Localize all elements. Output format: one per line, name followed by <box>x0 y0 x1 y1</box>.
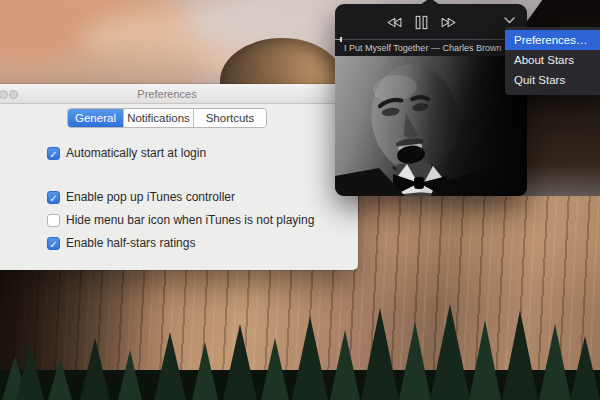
chevron-down-icon <box>504 17 515 24</box>
status-menu: Preferences… About Stars Quit Stars <box>505 27 600 95</box>
menu-item-quit-stars[interactable]: Quit Stars <box>505 70 600 90</box>
checkbox-row-popup-controller[interactable]: ✓ Enable pop up iTunes controller <box>47 190 235 204</box>
trees-graphic <box>0 270 600 400</box>
checkbox-checked-icon[interactable]: ✓ <box>47 147 60 160</box>
album-art <box>335 56 527 196</box>
tab-shortcuts[interactable]: Shortcuts <box>194 109 266 127</box>
popover-arrow <box>420 0 440 5</box>
checkbox-label: Hide menu bar icon when iTunes is not pl… <box>66 213 314 227</box>
track-title: I Put Myself Together — Charles Brown <box>335 43 527 53</box>
checkbox-checked-icon[interactable]: ✓ <box>47 191 60 204</box>
fast-forward-icon <box>441 17 456 28</box>
desktop: Preferences General Notifications Shortc… <box>0 0 600 400</box>
next-track-button[interactable] <box>441 17 456 28</box>
scrubber-track <box>335 39 527 40</box>
menu-item-about-stars[interactable]: About Stars <box>505 50 600 70</box>
pause-button[interactable] <box>415 15 428 30</box>
checkbox-label: Enable half-stars ratings <box>66 236 195 250</box>
previous-track-button[interactable] <box>387 17 402 28</box>
tab-bar: General Notifications Shortcuts <box>67 108 267 128</box>
scrubber[interactable] <box>335 37 527 42</box>
window-titlebar[interactable]: Preferences <box>0 84 358 104</box>
menu-item-preferences[interactable]: Preferences… <box>505 30 600 50</box>
tab-general[interactable]: General <box>68 109 124 127</box>
portrait-illustration <box>335 56 527 196</box>
checkbox-row-half-stars[interactable]: ✓ Enable half-stars ratings <box>47 236 195 250</box>
preferences-window: Preferences General Notifications Shortc… <box>0 84 358 270</box>
treeline-silhouette <box>0 270 600 400</box>
checkbox-row-hide-menu-bar-icon[interactable]: Hide menu bar icon when iTunes is not pl… <box>47 213 314 227</box>
window-title: Preferences <box>0 84 358 104</box>
checkbox-checked-icon[interactable]: ✓ <box>47 237 60 250</box>
rewind-icon <box>387 17 402 28</box>
scrubber-playhead[interactable] <box>340 37 342 42</box>
checkbox-row-start-at-login[interactable]: ✓ Automatically start at login <box>47 146 206 160</box>
checkbox-unchecked-icon[interactable] <box>47 214 60 227</box>
player-popover: I Put Myself Together — Charles Brown <box>335 4 527 196</box>
pause-icon <box>415 15 428 30</box>
tab-notifications[interactable]: Notifications <box>124 109 194 127</box>
checkbox-label: Automatically start at login <box>66 146 206 160</box>
checkbox-label: Enable pop up iTunes controller <box>66 190 235 204</box>
menu-toggle-button[interactable] <box>504 17 515 24</box>
playback-controls <box>335 12 507 32</box>
